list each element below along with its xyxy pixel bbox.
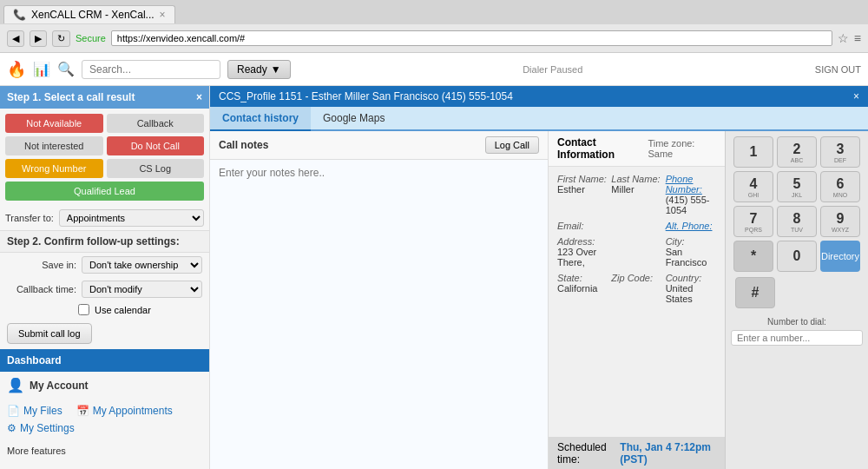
- files-icon: 📄: [7, 405, 20, 417]
- my-account-label: My Account: [30, 380, 89, 392]
- dialer-key-1[interactable]: 1: [733, 136, 773, 168]
- dialer-key-hash[interactable]: #: [735, 277, 775, 308]
- contact-banner-close-icon[interactable]: ×: [853, 90, 859, 102]
- dashboard-title: Dashboard: [7, 354, 62, 367]
- tab-favicon: 📞: [13, 9, 26, 21]
- browser-tab[interactable]: 📞 XenCALL CRM - XenCal... ×: [3, 5, 175, 23]
- dialer-key-star[interactable]: *: [733, 241, 773, 272]
- settings-icon: ⚙: [7, 422, 16, 434]
- first-name-value: Esther: [557, 184, 608, 195]
- ready-button[interactable]: Ready ▼: [227, 60, 291, 79]
- qualified-lead-button[interactable]: Qualified Lead: [5, 182, 204, 201]
- app-icon-search: 🔍: [57, 61, 75, 77]
- scheduled-bar: Scheduled time: Thu, Jan 4 7:12pm (PST): [549, 437, 725, 469]
- submit-call-log-button[interactable]: Submit call log: [7, 323, 92, 344]
- step1-close-icon[interactable]: ×: [196, 91, 202, 103]
- state-label: State:: [557, 273, 608, 283]
- tab-close-icon[interactable]: ×: [160, 9, 166, 21]
- tab-contact-history[interactable]: Contact history: [210, 107, 311, 131]
- city-label: City:: [666, 236, 716, 247]
- address-value: 123 Over There,: [557, 247, 608, 268]
- dialer-key-8[interactable]: 8 TUV: [777, 206, 817, 237]
- transfer-select[interactable]: Appointments: [59, 209, 204, 227]
- dialer-key-9[interactable]: 9 WXYZ: [820, 206, 860, 237]
- dialer-digit-0: 0: [793, 248, 801, 264]
- app-logo: 🔥: [7, 60, 26, 79]
- forward-button[interactable]: ▶: [30, 30, 47, 47]
- my-appointments-label: My Appointments: [93, 405, 173, 417]
- contact-banner: CCS_Profile 1151 - Esther Miller San Fra…: [210, 86, 868, 107]
- use-calendar-checkbox[interactable]: [78, 304, 89, 315]
- do-not-call-button[interactable]: Do Not Call: [107, 136, 205, 155]
- dialer-key-2[interactable]: 2 ABC: [777, 136, 817, 168]
- phone-number-value: (415) 555-1054: [666, 195, 716, 215]
- more-features[interactable]: More features: [0, 440, 209, 461]
- search-input[interactable]: [82, 60, 220, 79]
- call-logs-section[interactable]: 📊🔍 Call logs: [0, 461, 209, 469]
- callback-time-label: Callback time:: [7, 284, 76, 294]
- callback-button[interactable]: Callback: [107, 114, 205, 133]
- cs-log-button[interactable]: CS Log: [107, 159, 205, 178]
- my-appointments-link[interactable]: 📅 My Appointments: [76, 405, 173, 417]
- save-in-label: Save in:: [7, 260, 76, 270]
- save-in-select[interactable]: Don't take ownership: [82, 256, 202, 274]
- timezone: Time zone: Same: [648, 138, 716, 159]
- dialer-digit-2: 2: [793, 142, 801, 157]
- dial-number-input[interactable]: [731, 330, 863, 346]
- first-name-label: First Name:: [557, 174, 608, 184]
- dialer-grid: 1 2 ABC 3 DEF 4 GHI: [733, 136, 860, 272]
- step2-title: Step 2. Confirm follow-up settings:: [7, 235, 180, 248]
- dialer-digit-6: 6: [837, 176, 845, 192]
- directory-button[interactable]: Directory: [820, 241, 860, 272]
- transfer-label: Transfer to:: [5, 213, 54, 223]
- email-label: Email:: [557, 221, 608, 231]
- alt-phone-label[interactable]: Alt. Phone:: [666, 221, 716, 231]
- last-name-value: Miller: [611, 184, 661, 195]
- wrong-number-button[interactable]: Wrong Number: [5, 159, 103, 178]
- ready-arrow: ▼: [271, 63, 281, 76]
- ready-label: Ready: [237, 63, 267, 76]
- city-value: San Francisco: [666, 247, 716, 268]
- not-available-button[interactable]: Not Available: [5, 114, 103, 133]
- app-icon-chart: 📊: [33, 61, 50, 77]
- menu-icon[interactable]: ≡: [854, 31, 861, 45]
- sign-out-button[interactable]: SIGN OUT: [815, 64, 861, 75]
- call-notes-title: Call notes: [219, 139, 268, 151]
- dialer-key-5[interactable]: 5 JKL: [777, 171, 817, 202]
- address-label: Address:: [557, 236, 608, 247]
- my-files-label: My Files: [23, 405, 62, 417]
- tabs-row: Contact history Google Maps: [210, 107, 868, 131]
- step1-header: Step 1. Select a call result ×: [0, 86, 209, 109]
- step2-header: Step 2. Confirm follow-up settings:: [0, 230, 209, 253]
- scheduled-time: Thu, Jan 4 7:12pm (PST): [620, 441, 716, 466]
- star-icon[interactable]: ☆: [838, 31, 849, 45]
- secure-label: Secure: [76, 33, 106, 43]
- reload-button[interactable]: ↻: [52, 30, 70, 47]
- tab-google-maps[interactable]: Google Maps: [311, 107, 397, 129]
- dashboard-header: Dashboard: [0, 349, 209, 372]
- dialer-key-4[interactable]: 4 GHI: [733, 171, 773, 202]
- dialer-key-0[interactable]: 0: [777, 241, 817, 272]
- dialer-digit-star: *: [751, 248, 756, 264]
- my-settings-link[interactable]: ⚙ My Settings: [7, 422, 75, 434]
- dialer-digit-5: 5: [793, 176, 801, 192]
- country-value: United States: [666, 283, 716, 304]
- not-interested-button[interactable]: Not interested: [5, 136, 103, 155]
- dialer-panel: 1 2 ABC 3 DEF 4 GHI: [725, 131, 868, 469]
- tab-label: XenCALL CRM - XenCal...: [31, 9, 155, 21]
- call-notes-textarea[interactable]: [210, 160, 548, 469]
- my-settings-label: My Settings: [20, 422, 75, 434]
- address-bar-input[interactable]: [111, 30, 832, 46]
- number-to-dial-label: Number to dial:: [767, 317, 826, 327]
- dialer-digit-9: 9: [837, 211, 845, 227]
- my-account-row[interactable]: 👤 My Account: [0, 372, 209, 399]
- callback-time-select[interactable]: Don't modify: [82, 281, 202, 298]
- dialer-key-6[interactable]: 6 MNO: [820, 171, 860, 202]
- state-value: California: [557, 283, 608, 294]
- phone-number-label[interactable]: Phone Number:: [666, 174, 716, 195]
- dialer-key-3[interactable]: 3 DEF: [820, 136, 860, 168]
- my-files-link[interactable]: 📄 My Files: [7, 405, 62, 417]
- dialer-key-7[interactable]: 7 PQRS: [733, 206, 773, 237]
- log-call-button[interactable]: Log Call: [485, 136, 539, 154]
- back-button[interactable]: ◀: [7, 30, 24, 47]
